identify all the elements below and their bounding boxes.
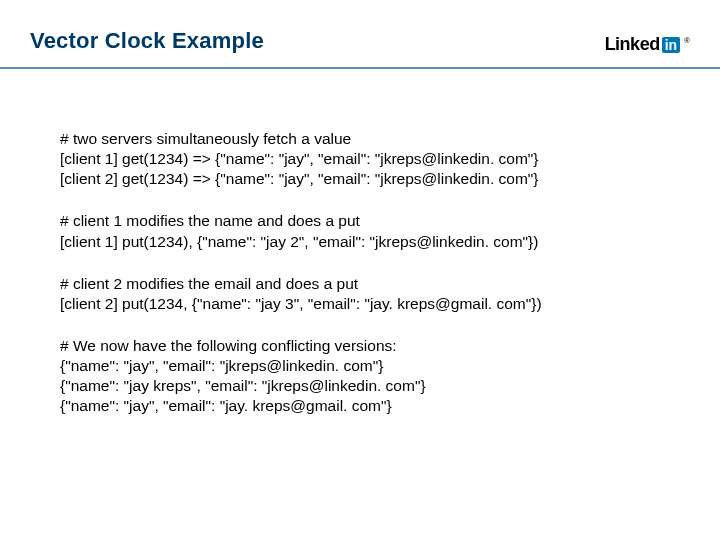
logo-trademark: ® — [684, 36, 690, 45]
code-block-3: # client 2 modifies the email and does a… — [60, 274, 660, 314]
logo-text: Linked — [605, 34, 660, 55]
code-line: [client 2] get(1234) => {"name": "jay", … — [60, 169, 660, 189]
code-block-4: # We now have the following conflicting … — [60, 336, 660, 417]
code-line: [client 1] get(1234) => {"name": "jay", … — [60, 149, 660, 169]
slide-body: # two servers simultaneously fetch a val… — [0, 69, 720, 417]
slide-title: Vector Clock Example — [30, 28, 264, 54]
code-line: # two servers simultaneously fetch a val… — [60, 129, 660, 149]
code-line: # client 2 modifies the email and does a… — [60, 274, 660, 294]
code-line: {"name": "jay", "email": "jkreps@linkedi… — [60, 356, 660, 376]
code-line: [client 2] put(1234, {"name": "jay 3", "… — [60, 294, 660, 314]
code-line: {"name": "jay", "email": "jay. kreps@gma… — [60, 396, 660, 416]
code-line: [client 1] put(1234), {"name": "jay 2", … — [60, 232, 660, 252]
code-line: # client 1 modifies the name and does a … — [60, 211, 660, 231]
code-block-2: # client 1 modifies the name and does a … — [60, 211, 660, 251]
code-line: {"name": "jay kreps", "email": "jkreps@l… — [60, 376, 660, 396]
logo-in-badge: in — [662, 37, 680, 53]
code-block-1: # two servers simultaneously fetch a val… — [60, 129, 660, 189]
slide-header: Vector Clock Example Linked in ® — [0, 0, 720, 69]
linkedin-logo: Linked in ® — [605, 28, 690, 55]
code-line: # We now have the following conflicting … — [60, 336, 660, 356]
